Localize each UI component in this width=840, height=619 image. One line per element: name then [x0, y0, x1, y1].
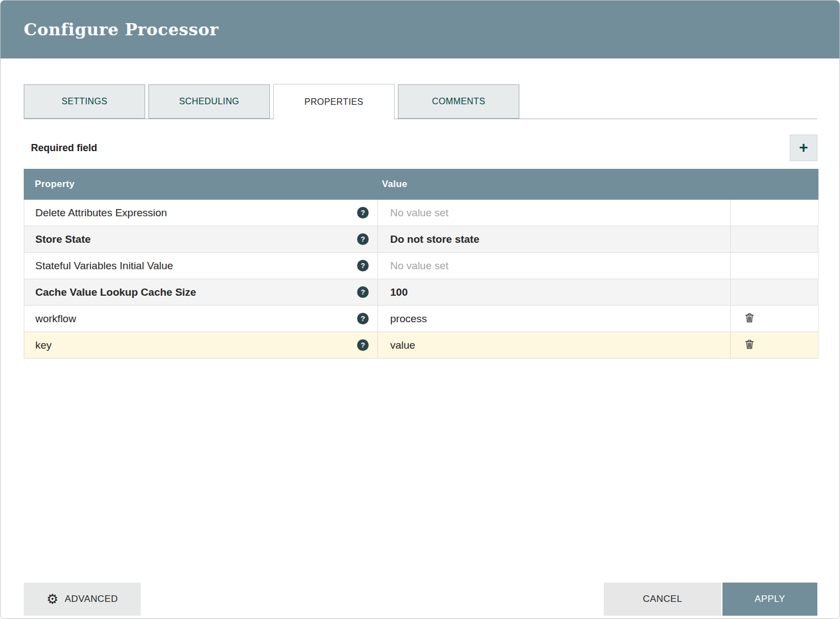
table-row: Cache Value Lookup Cache Size ? 100 [24, 279, 818, 306]
tab-properties[interactable]: PROPERTIES [273, 84, 395, 119]
help-icon[interactable]: ? [357, 313, 369, 324]
property-cell: key ? [24, 332, 378, 358]
property-name: Stateful Variables Initial Value [35, 260, 173, 272]
column-header-property: Property [24, 179, 378, 190]
property-cell: Cache Value Lookup Cache Size ? [24, 279, 378, 305]
property-name: Store State [35, 233, 91, 246]
table-row: Store State ? Do not store state [24, 226, 818, 253]
dialog-title: Configure Processor [24, 20, 219, 39]
help-icon[interactable]: ? [357, 207, 369, 218]
row-actions [730, 253, 818, 279]
table-row: Delete Attributes Expression ? No value … [24, 200, 818, 226]
row-actions [730, 200, 818, 226]
plus-icon: + [799, 140, 808, 156]
column-header-value: Value [378, 179, 730, 190]
properties-table: Property Value Delete Attributes Express… [24, 169, 818, 359]
property-value[interactable]: 100 [378, 279, 730, 305]
row-actions [730, 332, 818, 358]
property-name: Cache Value Lookup Cache Size [35, 286, 196, 298]
table-header-row: Property Value [24, 169, 818, 200]
gear-icon: ⚙ [46, 593, 59, 606]
delete-property-button[interactable] [745, 313, 754, 324]
add-property-button[interactable]: + [790, 135, 817, 161]
table-row: workflow ? process [24, 306, 818, 332]
property-name: workflow [35, 313, 76, 325]
tab-bar: SETTINGS SCHEDULING PROPERTIES COMMENTS [24, 84, 817, 119]
row-actions [730, 226, 818, 252]
cancel-button[interactable]: CANCEL [604, 583, 721, 616]
table-toolbar: Required field + [24, 135, 817, 161]
configure-processor-dialog: Configure Processor SETTINGS SCHEDULING … [0, 0, 840, 619]
table-row: key ? value [24, 332, 818, 359]
trash-icon [745, 339, 754, 351]
dialog-footer: ⚙ ADVANCED CANCEL APPLY [1, 583, 839, 616]
property-name: key [35, 339, 52, 351]
footer-actions: CANCEL APPLY [604, 583, 817, 616]
property-cell: Store State ? [24, 226, 378, 252]
property-cell: workflow ? [24, 306, 378, 332]
row-actions [730, 279, 818, 305]
property-cell: Stateful Variables Initial Value ? [24, 253, 378, 279]
tab-scheduling[interactable]: SCHEDULING [148, 84, 270, 119]
apply-button[interactable]: APPLY [722, 583, 817, 616]
trash-icon [745, 313, 754, 324]
help-icon[interactable]: ? [357, 339, 369, 351]
property-cell: Delete Attributes Expression ? [24, 200, 378, 226]
property-value[interactable]: process [378, 306, 730, 332]
advanced-button[interactable]: ⚙ ADVANCED [24, 583, 141, 616]
property-value[interactable]: value [378, 332, 730, 358]
dialog-header: Configure Processor [1, 1, 839, 58]
property-value[interactable]: No value set [378, 253, 730, 279]
property-value[interactable]: Do not store state [378, 226, 730, 252]
required-field-label: Required field [24, 142, 97, 154]
property-value[interactable]: No value set [378, 200, 730, 226]
tab-comments[interactable]: COMMENTS [398, 84, 519, 119]
row-actions [730, 306, 818, 332]
help-icon[interactable]: ? [357, 233, 369, 245]
tab-settings[interactable]: SETTINGS [24, 84, 145, 119]
table-row: Stateful Variables Initial Value ? No va… [24, 253, 818, 279]
property-name: Delete Attributes Expression [35, 207, 167, 219]
delete-property-button[interactable] [745, 339, 754, 351]
help-icon[interactable]: ? [357, 260, 369, 271]
advanced-button-label: ADVANCED [65, 594, 118, 605]
table-body: Delete Attributes Expression ? No value … [24, 200, 818, 359]
help-icon[interactable]: ? [357, 286, 369, 298]
